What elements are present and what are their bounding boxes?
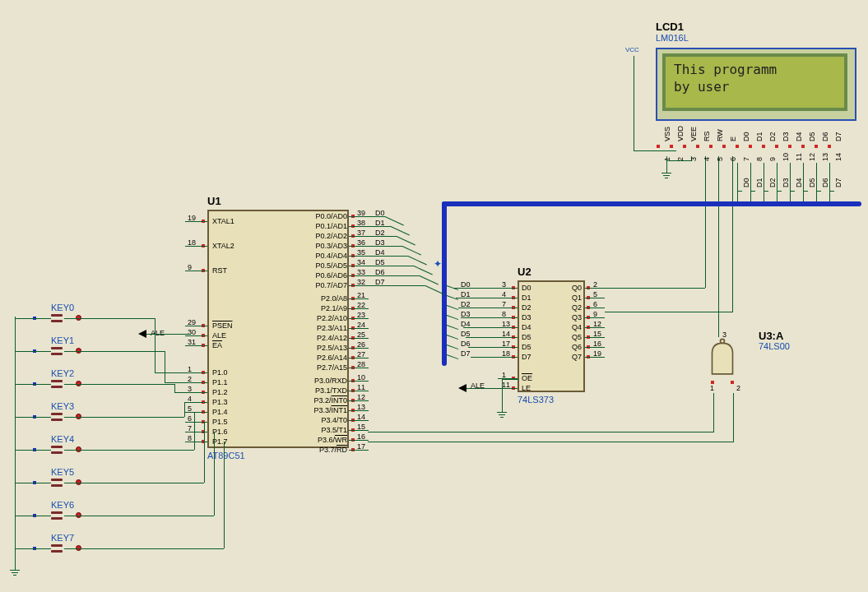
u2-lpin-d3: D3 (522, 313, 531, 321)
key-label-1: KEY1 (51, 335, 74, 345)
svg-marker-1 (458, 384, 466, 392)
u3-part: 74LS00 (759, 341, 790, 351)
u2-net-d4: D4 (461, 320, 471, 328)
u3-pin-b: 2 (736, 384, 740, 392)
lcd-buswire-d2 (764, 163, 764, 201)
u1-pin-ea: EA (212, 341, 222, 349)
ale-arrow (138, 330, 146, 338)
u1-rpin-12: P3.2/INT0 (313, 396, 347, 405)
lcd-pinmark (801, 145, 805, 148)
u3-pm-b (731, 381, 734, 384)
u1-rpin-37: P0.2/AD2 (315, 232, 347, 240)
lcd-net-d6: D6 (821, 178, 829, 187)
u1-rpin-26: P2.5/A13 (317, 344, 347, 352)
lcd-pinmark (657, 145, 660, 148)
lcd-pinnum-1: 1 (663, 157, 671, 161)
key-button-1[interactable] (51, 347, 63, 355)
u2-net-d5: D5 (461, 330, 471, 338)
key-label-4: KEY4 (51, 434, 74, 444)
u2-lpin-d5: D5 (522, 343, 531, 351)
lcd-pinmark (722, 145, 726, 148)
key-label-2: KEY2 (51, 368, 74, 378)
u1-rpin-10: P3.0/RXD (314, 377, 347, 385)
lcd-pinnum-6: 6 (729, 157, 737, 161)
lcd-line2: by user (674, 79, 836, 96)
lcd-buswire-d4 (790, 163, 791, 201)
lcd-pinmark (736, 145, 739, 148)
key-label-0: KEY0 (51, 303, 74, 312)
wire-rd-v (733, 393, 734, 442)
lcd-pinmark (788, 145, 791, 148)
lcd-pinnum-7: 7 (742, 157, 750, 161)
lcd-pinnum-5: 5 (716, 157, 724, 161)
lcd-pinmark (749, 145, 752, 148)
bus-h (442, 201, 861, 206)
u2-rpin-q5: Q5 (572, 333, 582, 341)
key-button-6[interactable] (51, 511, 63, 520)
u1-rpin-25: P2.4/A12 (317, 334, 347, 342)
lcd-pin-d1: D1 (755, 132, 764, 141)
bus-v (442, 201, 447, 366)
wire-oe (502, 379, 518, 380)
key-label-7: KEY7 (51, 533, 74, 543)
u1-rpin-22: P2.1/A9 (321, 304, 347, 312)
nand-gate (702, 336, 743, 377)
key-label-3: KEY3 (51, 401, 74, 411)
lcd-net-d0: D0 (742, 178, 750, 187)
u1-rpin-23: P2.2/A10 (317, 314, 347, 322)
key-label-6: KEY6 (51, 500, 74, 510)
key-button-3[interactable] (51, 413, 63, 421)
lcd-pinmark (815, 145, 818, 148)
lcd-pinnum-14: 14 (834, 153, 842, 161)
p0-net-d7: D7 (375, 278, 385, 286)
u3-pin-out: 3 (722, 331, 726, 339)
u1-pin-rst: RST (212, 266, 227, 275)
key-button-4[interactable] (51, 446, 63, 454)
key-button-5[interactable] (51, 479, 63, 487)
lcd-pinnum-13: 13 (821, 153, 829, 161)
u1-pin-xtal2: XTAL2 (212, 242, 234, 250)
lcd-net-d2: D2 (768, 178, 777, 187)
u2-net-d0: D0 (461, 280, 471, 289)
lcd-pinnum-10: 10 (782, 153, 790, 161)
u1-rpin-11: P3.1/TXD (315, 386, 347, 395)
lcd-pinmark (762, 145, 765, 148)
lcd-pinmark (670, 145, 673, 148)
lcd-net-d4: D4 (795, 178, 803, 187)
p0-net-d1: D1 (375, 219, 385, 227)
wire-rs (705, 156, 706, 288)
u2-lpin-d1: D1 (522, 294, 531, 302)
lcd-buswire-d7 (829, 163, 830, 201)
key-label-5: KEY5 (51, 467, 74, 477)
key-button-7[interactable] (51, 544, 63, 553)
u1-pin-ale: ALE (212, 331, 226, 340)
p0-net-d2: D2 (375, 229, 385, 237)
u2-net-d1: D1 (461, 290, 471, 298)
u1-pin-p14: P1.4 (212, 408, 228, 416)
u2-lpin-le: LE (522, 384, 531, 392)
u2-lpin-d4: D4 (522, 323, 531, 331)
u1-rpin-24: P2.3/A11 (317, 324, 347, 332)
lcd-pin-rw: RW (716, 129, 724, 141)
lcd-line1: This programm (674, 62, 836, 79)
u1-pin-psen: PSEN (212, 321, 233, 330)
key-button-0[interactable] (51, 314, 63, 322)
u2-lpin-d5: D5 (522, 333, 531, 341)
lcd-pinmark (775, 145, 778, 148)
wire-oe-v (502, 379, 503, 412)
u1-pin-p11: P1.1 (212, 378, 228, 386)
wire-wr (368, 432, 713, 432)
p0-net-d3: D3 (375, 238, 385, 247)
wire-rd (368, 442, 733, 442)
key-button-2[interactable] (51, 380, 63, 388)
wire-rw (718, 156, 719, 337)
p0-net-d6: D6 (375, 268, 385, 276)
u1-rpin-28: P2.7/A15 (317, 363, 347, 372)
lcd-pinnum-11: 11 (795, 153, 803, 161)
u3-pin-a: 1 (710, 384, 714, 392)
u1-rpin-36: P0.3/AD3 (315, 242, 347, 250)
lcd-pinnum-2: 2 (676, 157, 685, 161)
lcd-pin-vdd: VDD (676, 126, 685, 141)
lcd-net-d1: D1 (755, 178, 764, 187)
lcd-pinmark (709, 145, 713, 148)
